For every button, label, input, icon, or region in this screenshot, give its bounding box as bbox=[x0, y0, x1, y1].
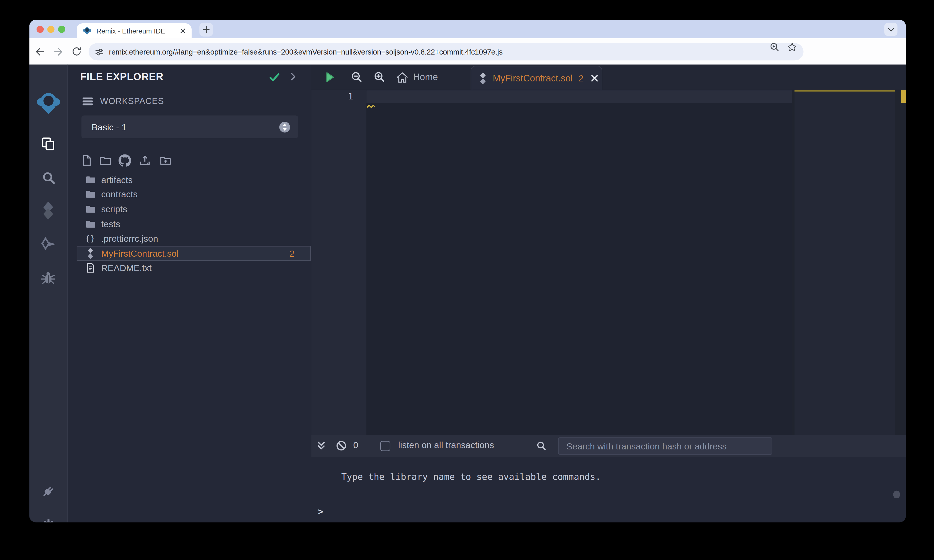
terminal-message: Type the library name to see available c… bbox=[341, 471, 601, 482]
folder-icon bbox=[85, 175, 96, 184]
overview-ruler-warning-marker bbox=[901, 90, 906, 103]
warning-squiggle bbox=[367, 100, 375, 111]
editor-tabbar: Home MyFirstContract.sol 2 bbox=[311, 65, 906, 90]
address-bar[interactable]: remix.ethereum.org/#lang=en&optimize=fal… bbox=[89, 43, 803, 60]
browser-window: Remix - Ethereum IDE remix.ethereum.org/… bbox=[29, 20, 906, 523]
collapse-terminal-chevrons-icon[interactable] bbox=[317, 441, 325, 451]
solidity-compiler-tab-icon[interactable] bbox=[29, 201, 67, 220]
compile-success-check-icon bbox=[270, 73, 280, 84]
tab-search-chevron-icon[interactable] bbox=[884, 23, 897, 36]
site-settings-icon[interactable] bbox=[95, 47, 104, 57]
terminal-toolbar: 0 listen on all transactions bbox=[311, 435, 906, 457]
file-actions-row bbox=[68, 153, 311, 168]
transaction-search-input[interactable] bbox=[558, 437, 772, 454]
file-explorer-panel: FILE EXPLORER WORKSPACES Basic - 1 bbox=[68, 65, 311, 523]
listen-transactions-checkbox[interactable] bbox=[380, 441, 390, 451]
run-script-play-icon[interactable] bbox=[326, 72, 334, 82]
solidity-file-icon bbox=[479, 72, 487, 84]
file-row-scripts[interactable]: scripts bbox=[77, 202, 311, 216]
search-tab-icon[interactable] bbox=[29, 171, 67, 185]
zoom-page-icon[interactable] bbox=[768, 41, 781, 53]
minimap-warning-line bbox=[794, 90, 895, 92]
zoom-in-icon[interactable] bbox=[373, 71, 386, 83]
file-row-contracts[interactable]: contracts bbox=[77, 187, 311, 202]
terminal-search-icon bbox=[536, 440, 546, 451]
listen-transactions-label[interactable]: listen on all transactions bbox=[398, 440, 494, 450]
line-number: 1 bbox=[348, 91, 353, 102]
clear-console-block-icon[interactable] bbox=[336, 440, 347, 451]
close-window-button[interactable] bbox=[37, 26, 44, 33]
active-tab-badge: 2 bbox=[579, 73, 584, 83]
editor-minimap[interactable] bbox=[794, 90, 895, 435]
deploy-run-tab-icon[interactable] bbox=[29, 236, 67, 252]
file-row-.prettierrc.json[interactable]: {}.prettierrc.json bbox=[77, 231, 311, 246]
folder-icon bbox=[85, 205, 96, 214]
editor-column: Home MyFirstContract.sol 2 1 bbox=[311, 65, 906, 523]
terminal-scrollbar-thumb[interactable] bbox=[893, 491, 900, 498]
zoom-out-icon[interactable] bbox=[350, 71, 363, 83]
forward-button[interactable] bbox=[51, 45, 65, 59]
panel-expand-chevron-icon[interactable] bbox=[290, 72, 296, 83]
new-tab-button[interactable] bbox=[199, 23, 213, 37]
workspace-select[interactable]: Basic - 1 bbox=[82, 115, 298, 138]
current-line-highlight bbox=[367, 90, 792, 103]
json-icon: {} bbox=[85, 234, 96, 243]
tab-myfirstcontract[interactable]: MyFirstContract.sol 2 bbox=[470, 66, 602, 89]
file-row-artifacts[interactable]: artifacts bbox=[77, 172, 311, 187]
tab-close-x-icon[interactable] bbox=[591, 75, 598, 82]
tab-home[interactable]: Home bbox=[396, 65, 438, 90]
text-icon bbox=[85, 263, 96, 273]
back-button[interactable] bbox=[32, 45, 47, 59]
file-tree: artifactscontractsscriptstests{}.prettie… bbox=[68, 172, 311, 275]
pending-tx-count: 0 bbox=[353, 440, 358, 450]
overview-ruler-scrollbar[interactable] bbox=[895, 90, 906, 435]
select-arrows-icon bbox=[279, 121, 290, 133]
browser-tab[interactable]: Remix - Ethereum IDE bbox=[77, 23, 192, 38]
folder-icon bbox=[85, 219, 96, 228]
file-row-README.txt[interactable]: README.txt bbox=[77, 260, 311, 275]
file-explorer-tab-icon[interactable] bbox=[29, 137, 67, 151]
editor-code-area[interactable] bbox=[367, 90, 792, 435]
reload-button[interactable] bbox=[69, 45, 84, 59]
panel-title: FILE EXPLORER bbox=[80, 71, 163, 83]
active-tab-label: MyFirstContract.sol bbox=[493, 73, 573, 83]
file-row-tests[interactable]: tests bbox=[77, 216, 311, 231]
file-row-MyFirstContract.sol[interactable]: MyFirstContract.sol2 bbox=[77, 246, 311, 260]
browser-tab-title: Remix - Ethereum IDE bbox=[96, 27, 180, 34]
remix-logo-icon bbox=[29, 93, 67, 115]
terminal-panel: 0 listen on all transactions Type the li… bbox=[311, 435, 906, 522]
debugger-tab-icon[interactable] bbox=[29, 270, 67, 285]
bookmark-star-icon[interactable] bbox=[786, 41, 798, 53]
browser-toolbar: remix.ethereum.org/#lang=en&optimize=fal… bbox=[29, 38, 906, 65]
plugin-manager-icon[interactable] bbox=[29, 483, 67, 499]
github-icon[interactable] bbox=[118, 153, 131, 168]
terminal-prompt[interactable]: > bbox=[318, 506, 323, 517]
remix-favicon-icon bbox=[83, 27, 92, 35]
browser-titlebar: Remix - Ethereum IDE bbox=[29, 20, 906, 38]
home-icon bbox=[396, 72, 408, 83]
upload-folder-icon[interactable] bbox=[159, 153, 172, 168]
url-text: remix.ethereum.org/#lang=en&optimize=fal… bbox=[109, 48, 502, 56]
error-count-badge: 2 bbox=[290, 248, 295, 258]
screenshot-stage: Remix - Ethereum IDE remix.ethereum.org/… bbox=[0, 0, 934, 560]
activity-bar bbox=[29, 65, 68, 523]
tab-close-icon[interactable] bbox=[180, 28, 185, 34]
solidity-icon bbox=[85, 248, 96, 259]
workspace-selected-value: Basic - 1 bbox=[92, 122, 279, 132]
minimize-window-button[interactable] bbox=[47, 26, 54, 33]
terminal-output[interactable]: Type the library name to see available c… bbox=[311, 457, 906, 522]
new-folder-icon[interactable] bbox=[99, 153, 112, 168]
workspaces-label: WORKSPACES bbox=[100, 96, 164, 106]
code-editor[interactable]: 1 bbox=[311, 90, 906, 435]
maximize-window-button[interactable] bbox=[58, 26, 65, 33]
workspaces-menu-icon[interactable] bbox=[83, 98, 93, 106]
editor-gutter: 1 bbox=[311, 90, 367, 435]
new-file-icon[interactable] bbox=[80, 153, 93, 168]
home-tab-label: Home bbox=[413, 72, 438, 82]
upload-file-icon[interactable] bbox=[138, 153, 151, 168]
folder-icon bbox=[85, 190, 96, 199]
settings-gear-icon[interactable] bbox=[29, 518, 67, 523]
remix-ide: FILE EXPLORER WORKSPACES Basic - 1 bbox=[29, 65, 906, 523]
